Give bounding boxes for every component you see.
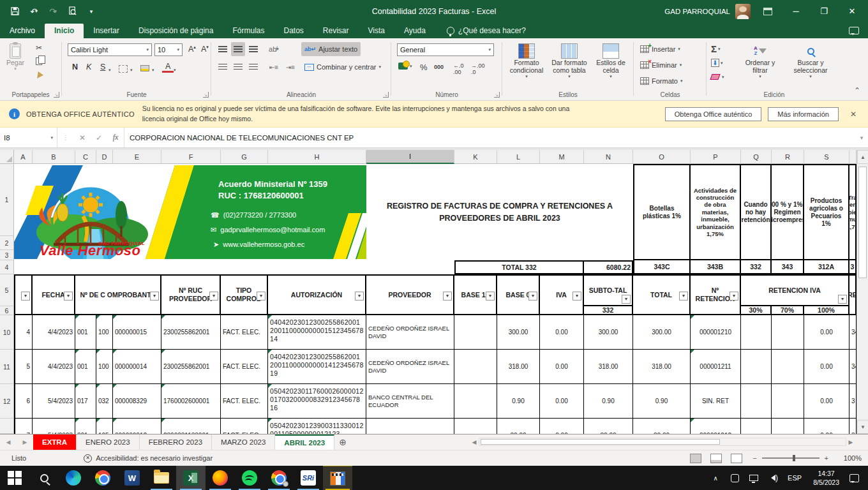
sheet-tab-febrero-2023[interactable]: FEBRERO 2023	[140, 434, 212, 450]
merge-center-button[interactable]: Combinar y centrar▾	[301, 60, 384, 74]
cell-num[interactable]: 6	[14, 384, 33, 419]
cell-ret100[interactable]: 0.00	[804, 419, 849, 434]
more-info-button[interactable]: Más información	[768, 107, 839, 121]
header-comprobante[interactable]: Nº DE C OMPROBANTE▾	[75, 274, 161, 315]
cell-tipo[interactable]: FACT. ELEC.	[221, 350, 268, 384]
tax-header-Q[interactable]: Cuando no hay retención	[741, 164, 772, 260]
increase-decimal-icon[interactable]: ←.0.00	[453, 63, 464, 75]
delete-cells-button[interactable]: Eliminar▾	[637, 58, 685, 72]
page-layout-view-icon[interactable]	[710, 454, 722, 463]
cell-retencion[interactable]: 000001210	[691, 315, 741, 350]
column-header-R[interactable]: R	[772, 150, 804, 164]
taskbar-edge[interactable]	[59, 466, 88, 490]
header-retencion-iva[interactable]: RETENCION IVA▾	[741, 274, 849, 306]
filter-icon[interactable]: ▾	[21, 292, 30, 301]
horizontal-scroll-thumb[interactable]	[481, 439, 720, 445]
align-right-icon[interactable]	[246, 60, 260, 74]
confirm-entry-icon[interactable]: ✓	[91, 128, 107, 147]
cancel-entry-icon[interactable]: ✕	[74, 128, 91, 147]
cell-retencion[interactable]: 000001211	[691, 350, 741, 384]
close-button[interactable]: ✕	[841, 0, 863, 22]
taskbar-firefox[interactable]	[206, 466, 235, 490]
header-ruc[interactable]: Nº RUC PROVEEDOR▾	[161, 274, 221, 315]
sheet-tab-marzo-2023[interactable]: MARZO 2023	[212, 434, 275, 450]
cell-retencion[interactable]: 000001212	[691, 419, 741, 434]
cell-iva[interactable]: 0.00	[540, 384, 584, 419]
collapse-ribbon-icon[interactable]: ⌃	[854, 86, 860, 95]
cell-autorizacion[interactable]: 0404202301230025586200120011000000000141…	[268, 350, 366, 384]
column-header-S[interactable]: S	[804, 150, 849, 164]
save-icon[interactable]	[6, 3, 23, 20]
cell-punto[interactable]: 100	[96, 350, 113, 384]
total-value[interactable]: 6080.22	[584, 260, 633, 274]
format-painter-icon[interactable]	[36, 73, 42, 79]
row-header-5[interactable]: 5	[0, 274, 14, 306]
column-header-L[interactable]: L	[497, 150, 540, 164]
cell-ret70[interactable]	[772, 350, 804, 384]
sheet-tab-enero-2023[interactable]: ENERO 2023	[77, 434, 140, 450]
cell-subtotal[interactable]: 300.00	[584, 315, 633, 350]
filter-icon[interactable]: ▾	[838, 295, 847, 304]
ribbon-tab-vista[interactable]: Vista	[359, 24, 394, 38]
zoom-slider[interactable]	[762, 457, 819, 459]
taskbar-sri[interactable]: SRi	[294, 466, 323, 490]
row-header-partial[interactable]	[0, 419, 14, 434]
row-header-3[interactable]: 3	[0, 250, 14, 260]
header-partial[interactable]: RE	[849, 274, 857, 315]
filter-icon[interactable]: ▾	[528, 292, 537, 301]
avatar[interactable]	[735, 4, 751, 19]
restore-button[interactable]: ❐	[813, 0, 835, 22]
cell-ret100[interactable]: 0.00	[804, 350, 849, 384]
filter-icon[interactable]: ▾	[443, 292, 452, 301]
taskbar-chrome[interactable]	[88, 466, 117, 490]
cell-proveedor[interactable]: BANCO CENTRAL DEL ECUADOR	[366, 384, 454, 419]
cell-base12[interactable]	[454, 419, 497, 434]
align-center-icon[interactable]	[231, 60, 245, 74]
cell-fecha[interactable]: 4/4/2023	[33, 315, 75, 350]
taskbar-chrome-profile[interactable]	[264, 466, 294, 490]
horizontal-scrollbar[interactable]: ◀ ▶	[470, 436, 855, 448]
cell-secuencial[interactable]: 000000012	[113, 419, 161, 434]
filter-icon[interactable]: ▾	[622, 295, 631, 304]
cell-tipo[interactable]: FACT. ELEC.	[221, 384, 268, 419]
cell-ruc[interactable]: 1760002600001	[161, 384, 221, 419]
autosum-icon[interactable]: Σ▾	[711, 43, 721, 54]
cell-num[interactable]: 7	[14, 419, 33, 434]
zoom-out-icon[interactable]: −	[752, 454, 756, 462]
cell-secuencial[interactable]: 000000015	[113, 315, 161, 350]
page-break-view-icon[interactable]	[731, 454, 742, 463]
cell-punto[interactable]: 032	[96, 384, 113, 419]
cell-secuencial[interactable]: 000000014	[113, 350, 161, 384]
cell-tipo[interactable]: FACT. ELEC.	[221, 419, 268, 434]
cell-serie[interactable]: 001	[75, 350, 96, 384]
column-header-P[interactable]: P	[691, 150, 741, 164]
column-header-I[interactable]: I	[366, 150, 454, 164]
cut-icon[interactable]: ✂	[36, 43, 42, 52]
zoom-level[interactable]: 100%	[837, 454, 862, 462]
italic-button[interactable]: K	[83, 63, 94, 71]
font-size-select[interactable]: 10▾	[154, 43, 183, 56]
bold-button[interactable]: N	[69, 63, 81, 71]
dismiss-warning-icon[interactable]: ✕	[844, 110, 863, 119]
redo-button[interactable]: ↷▾	[45, 3, 61, 20]
ribbon-tab-disposición-de-página[interactable]: Disposición de página	[129, 24, 223, 38]
expand-formula-bar-icon[interactable]: ▾	[855, 128, 868, 147]
cell-overflow[interactable]: 3	[849, 384, 857, 419]
clock[interactable]: 14:37 8/5/2023	[807, 469, 846, 487]
tax-header-P[interactable]: Actividades de construcción de obra mate…	[691, 164, 741, 260]
paste-button[interactable]: Pegar▾	[6, 43, 24, 71]
sort-filter-button[interactable]: AZ Ordenar y filtrar▾	[738, 43, 782, 79]
scroll-right-icon[interactable]: ▶	[846, 439, 855, 445]
column-header-Q[interactable]: Q	[741, 150, 772, 164]
decrease-indent-icon[interactable]: ⇤≡	[267, 60, 281, 74]
cell-base12[interactable]	[454, 315, 497, 350]
undo-button[interactable]: ↶▾	[26, 3, 42, 20]
insert-cells-button[interactable]: Insertar▾	[637, 42, 684, 56]
taskbar-media-player[interactable]	[323, 466, 352, 490]
tax-header-R[interactable]: 100 % y 1%.- Regimen microempresa	[772, 164, 804, 260]
insert-function-icon[interactable]: fx	[107, 128, 124, 147]
header-tipo[interactable]: TIPO COMPROB▾	[221, 274, 268, 315]
wrap-text-button[interactable]: ab↵Ajustar texto	[301, 42, 361, 56]
percent-style-icon[interactable]: %	[420, 63, 428, 72]
new-sheet-icon[interactable]: ⊕	[334, 434, 351, 450]
